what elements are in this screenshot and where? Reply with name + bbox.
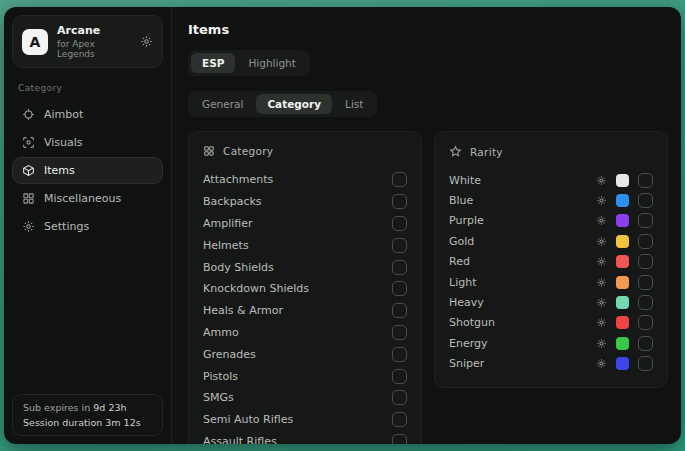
category-checkbox[interactable] xyxy=(392,238,407,253)
rarity-checkbox[interactable] xyxy=(638,234,653,249)
rarity-color-swatch[interactable] xyxy=(616,316,629,329)
category-label: Heals & Armor xyxy=(203,304,283,317)
package-icon xyxy=(22,164,35,177)
rarity-settings-icon[interactable] xyxy=(596,338,607,349)
category-checkbox[interactable] xyxy=(392,434,407,444)
rarity-color-swatch[interactable] xyxy=(616,235,629,248)
esp-highlight-toggle: ESP Highlight xyxy=(188,50,310,76)
rarity-checkbox[interactable] xyxy=(638,295,653,310)
rarity-settings-icon[interactable] xyxy=(596,236,607,247)
rarity-checkbox[interactable] xyxy=(638,315,653,330)
category-checkbox[interactable] xyxy=(392,390,407,405)
items-tab-bar: General Category List xyxy=(188,91,377,117)
rarity-checkbox[interactable] xyxy=(638,336,653,351)
session-duration-value: 3m 12s xyxy=(105,417,140,428)
sidebar-section-label: Category xyxy=(18,83,157,93)
rarity-color-swatch[interactable] xyxy=(616,296,629,309)
rarity-row: Red xyxy=(449,252,653,272)
rarity-checkbox[interactable] xyxy=(638,356,653,371)
brand-settings-icon[interactable] xyxy=(140,35,153,48)
rarity-row: Blue xyxy=(449,190,653,210)
rarity-label: Sniper xyxy=(449,357,484,370)
category-label: Knockdown Shields xyxy=(203,282,309,295)
rarity-settings-icon[interactable] xyxy=(596,256,607,267)
category-label: Backpacks xyxy=(203,195,262,208)
sidebar-item[interactable]: Settings xyxy=(12,213,163,240)
tab[interactable]: List xyxy=(334,94,374,114)
category-checkbox[interactable] xyxy=(392,194,407,209)
rarity-checkbox[interactable] xyxy=(638,254,653,269)
brand-card: A Arcane for Apex Legends xyxy=(12,15,163,68)
rarity-settings-icon[interactable] xyxy=(596,358,607,369)
category-checkbox[interactable] xyxy=(392,347,407,362)
mode-segment[interactable]: Highlight xyxy=(237,53,306,73)
category-checkbox[interactable] xyxy=(392,216,407,231)
category-row: Amplifier xyxy=(203,213,407,235)
sidebar-item-label: Visuals xyxy=(44,136,83,149)
category-label: Ammo xyxy=(203,326,239,339)
rarity-color-swatch[interactable] xyxy=(616,174,629,187)
rarity-settings-icon[interactable] xyxy=(596,297,607,308)
category-row: Helmets xyxy=(203,234,407,256)
category-row: Body Shields xyxy=(203,256,407,278)
rarity-color-swatch[interactable] xyxy=(616,276,629,289)
category-label: Amplifier xyxy=(203,217,253,230)
rarity-color-swatch[interactable] xyxy=(616,357,629,370)
sidebar-item-label: Items xyxy=(44,164,75,177)
sub-expiry-value: 9d 23h xyxy=(93,402,126,413)
rarity-settings-icon[interactable] xyxy=(596,317,607,328)
category-checkbox[interactable] xyxy=(392,325,407,340)
rarity-settings-icon[interactable] xyxy=(596,195,607,206)
gear-icon xyxy=(22,220,35,233)
star-icon xyxy=(449,145,462,158)
category-row: Heals & Armor xyxy=(203,300,407,322)
rarity-label: White xyxy=(449,174,481,187)
sidebar-item[interactable]: Visuals xyxy=(12,129,163,156)
rarity-row: Heavy xyxy=(449,292,653,312)
sidebar-nav: Aimbot Visuals Items Miscellaneous xyxy=(12,101,163,240)
category-checkbox[interactable] xyxy=(392,172,407,187)
category-row: Pistols xyxy=(203,365,407,387)
category-row: Grenades xyxy=(203,343,407,365)
category-panel-title: Category xyxy=(223,145,273,157)
category-checkbox[interactable] xyxy=(392,412,407,427)
rarity-settings-icon[interactable] xyxy=(596,175,607,186)
category-checkbox[interactable] xyxy=(392,260,407,275)
category-label: Pistols xyxy=(203,370,238,383)
rarity-panel: Rarity White xyxy=(434,131,668,388)
rarity-settings-icon[interactable] xyxy=(596,215,607,226)
category-checkbox[interactable] xyxy=(392,281,407,296)
rarity-checkbox[interactable] xyxy=(638,275,653,290)
rarity-label: Purple xyxy=(449,214,484,227)
rarity-color-swatch[interactable] xyxy=(616,214,629,227)
category-label: Semi Auto Rifles xyxy=(203,413,293,426)
rarity-color-swatch[interactable] xyxy=(616,194,629,207)
rarity-row: Purple xyxy=(449,211,653,231)
rarity-checkbox[interactable] xyxy=(638,173,653,188)
tab[interactable]: General xyxy=(191,94,254,114)
rarity-label: Blue xyxy=(449,194,473,207)
rarity-settings-icon[interactable] xyxy=(596,277,607,288)
mode-segment[interactable]: ESP xyxy=(191,53,235,73)
category-label: Grenades xyxy=(203,348,256,361)
crosshair-icon xyxy=(22,108,35,121)
rarity-color-swatch[interactable] xyxy=(616,337,629,350)
sidebar-item[interactable]: Items xyxy=(12,157,163,184)
rarity-panel-title: Rarity xyxy=(470,146,503,158)
sidebar-item[interactable]: Aimbot xyxy=(12,101,163,128)
tab[interactable]: Category xyxy=(256,94,332,114)
rarity-label: Heavy xyxy=(449,296,484,309)
category-checkbox[interactable] xyxy=(392,303,407,318)
rarity-row: Light xyxy=(449,272,653,292)
rarity-color-swatch[interactable] xyxy=(616,255,629,268)
rarity-checkbox[interactable] xyxy=(638,213,653,228)
category-checkbox[interactable] xyxy=(392,369,407,384)
scan-eye-icon xyxy=(22,136,35,149)
category-row: Attachments xyxy=(203,169,407,191)
rarity-checkbox[interactable] xyxy=(638,193,653,208)
app-logo: A xyxy=(22,29,48,55)
sidebar-item[interactable]: Miscellaneous xyxy=(12,185,163,212)
sidebar-item-label: Miscellaneous xyxy=(44,192,121,205)
category-label: Assault Rifles xyxy=(203,435,277,444)
rarity-label: Shotgun xyxy=(449,316,495,329)
